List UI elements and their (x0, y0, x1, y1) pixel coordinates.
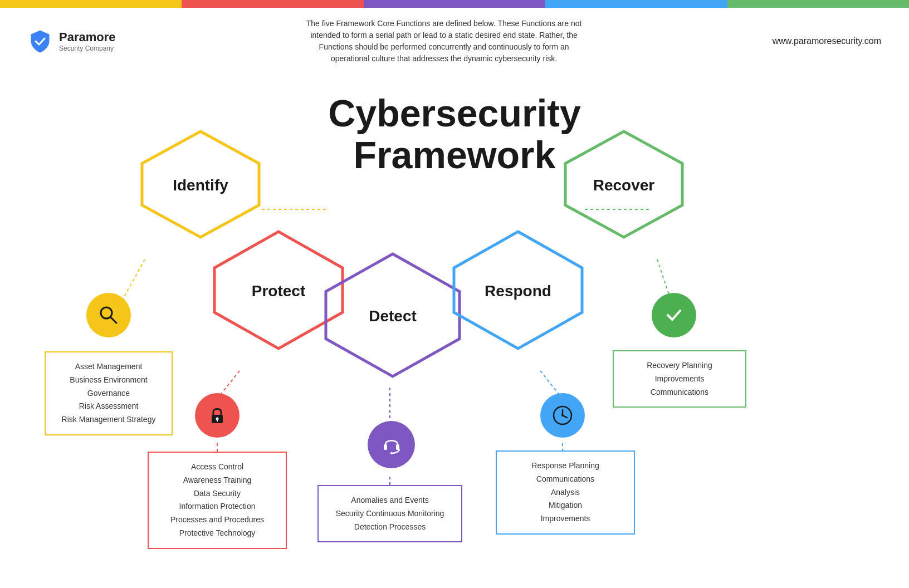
recover-circle-icon (652, 293, 696, 337)
protect-circle-icon (195, 393, 240, 438)
bar-blue (545, 0, 727, 8)
svg-point-20 (216, 418, 219, 420)
recover-label: Recover (593, 177, 655, 194)
identify-info-box: Asset Management Business Environment Go… (45, 351, 173, 435)
logo-area: Paramore Security Company (28, 29, 116, 53)
website-url: www.paramoresecurity.com (773, 36, 881, 46)
identify-info-item-1: Asset Management (56, 360, 162, 374)
respond-info-item-5: Improvements (507, 512, 624, 526)
detect-label: Detect (369, 307, 417, 325)
detect-info-item-1: Anomalies and Events (329, 494, 451, 507)
protect-info-item-6: Protective Technology (159, 527, 276, 540)
bar-yellow (0, 0, 182, 8)
respond-label: Respond (485, 282, 551, 300)
identify-info-item-3: Governance (56, 387, 162, 400)
lock-icon (207, 405, 228, 426)
svg-point-24 (390, 452, 393, 454)
bar-purple (364, 0, 545, 8)
identify-circle-icon (86, 293, 131, 337)
protect-info-item-3: Data Security (159, 487, 276, 501)
shield-icon (28, 29, 52, 53)
clock-icon (551, 404, 574, 427)
respond-info-item-3: Analysis (507, 486, 624, 499)
identify-info-item-2: Business Environment (56, 374, 162, 387)
detect-circle-icon (368, 421, 415, 468)
detect-info-item-3: Detection Processes (329, 521, 451, 534)
recover-info-item-2: Improvements (624, 373, 735, 386)
company-tagline: Security Company (59, 45, 116, 52)
bar-green (727, 0, 909, 8)
recover-info-item-1: Recovery Planning (624, 359, 735, 373)
header: Paramore Security Company The five Frame… (0, 8, 909, 70)
svg-rect-22 (384, 444, 387, 450)
recover-info-item-3: Communications (624, 386, 735, 399)
svg-line-18 (111, 317, 116, 323)
svg-point-28 (561, 414, 564, 416)
respond-hex: Respond (446, 226, 590, 356)
framework-title: Cybersecurity Framework (328, 92, 581, 176)
protect-info-box: Access Control Awareness Training Data S… (148, 452, 287, 549)
respond-info-box: Response Planning Communications Analysi… (496, 450, 635, 535)
top-color-bar (0, 0, 909, 8)
identify-info-item-5: Risk Management Strategy (56, 413, 162, 427)
logo-text: Paramore Security Company (59, 30, 116, 52)
identify-label: Identify (173, 177, 228, 194)
protect-label: Protect (252, 282, 305, 300)
company-name: Paramore (59, 30, 116, 45)
search-icon (97, 304, 120, 326)
recover-hex: Recover (557, 126, 691, 245)
respond-circle-icon (540, 393, 585, 438)
protect-info-item-5: Processes and Procedures (159, 513, 276, 527)
respond-info-item-4: Mitigation (507, 499, 624, 512)
title-line2: Framework (328, 134, 581, 176)
recover-info-box: Recovery Planning Improvements Communica… (613, 350, 746, 408)
title-line1: Cybersecurity (328, 92, 581, 134)
header-description: The five Framework Core Functions are de… (299, 18, 589, 65)
protect-info-item-4: Information Protection (159, 500, 276, 513)
detect-info-item-2: Security Continuous Monitoring (329, 507, 451, 521)
respond-info-item-1: Response Planning (507, 459, 624, 473)
protect-info-item-1: Access Control (159, 460, 276, 474)
respond-info-item-2: Communications (507, 473, 624, 486)
diagram-area: Cybersecurity Framework Identify Protect… (0, 76, 909, 560)
protect-info-item-2: Awareness Training (159, 474, 276, 487)
checkmark-icon (663, 305, 685, 326)
detect-info-box: Anomalies and Events Security Continuous… (317, 485, 462, 542)
bar-red (182, 0, 363, 8)
headset-icon (380, 433, 403, 457)
identify-info-item-4: Risk Assessment (56, 400, 162, 413)
